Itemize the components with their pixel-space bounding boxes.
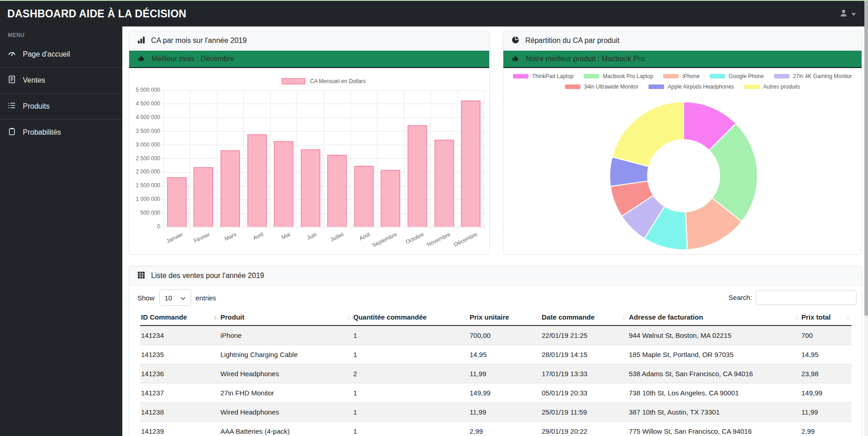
x-axis-label: Novembre [426,231,451,248]
table-search: Search: [728,290,857,305]
table-row: 141239AAA Batteries (4-pack)12,9929/01/1… [140,421,852,436]
table-cell: 149,99 [469,383,541,402]
thumbs-up-icon [512,54,519,64]
x-gridline [217,90,217,230]
x-axis-label: Septembre [371,231,398,248]
x-axis-label: Août [358,231,371,242]
x-axis-label: Décembre [453,231,478,248]
pie-chart-icon [512,36,519,46]
x-axis-label: Janvier [166,231,184,245]
user-menu[interactable] [839,9,856,19]
best-product-banner-text: Notre meilleur produit : Macbook Pro [526,55,645,63]
chevron-down-icon [180,294,186,302]
x-gridline [297,90,297,230]
table-cell: 14,95 [800,345,852,364]
table-row: 141236Wired Headphones211,9917/01/19 13:… [140,364,852,383]
y-axis-label: 4 000 000 [129,114,160,121]
journal-icon [8,75,16,85]
x-axis-label: Mars [224,231,237,242]
x-axis-label: Mai [280,231,291,241]
table-cell: 141239 [140,421,220,436]
sort-icon: ↑↓ [346,314,350,320]
table-icon [137,271,145,281]
doughnut-slice-autres-produits[interactable] [612,102,684,167]
sidebar: MENU Page d'accueilVentesProduitsProbabi… [0,26,122,436]
bar-chart-legend[interactable]: CA Mensuel en Dollars [163,78,484,84]
table-cell: 141234 [140,326,220,345]
sort-icon: ↑↓ [795,314,799,320]
column-header-quantitee-commandee[interactable]: Quantitée commandée↑↓ [352,309,469,326]
main-content: CA par mois sur l'année 2019 Meilleur mo… [122,26,864,436]
table-cell: 11,99 [469,364,541,383]
table-cell: 141238 [140,402,220,421]
bar-novembre [434,140,454,227]
y-axis-label: 1 000 000 [129,196,160,202]
bar-septembre [381,170,400,227]
column-header-adresse-de-facturation[interactable]: Adresse de facturation↑↓ [628,309,800,326]
x-axis-label: Juillet [329,231,345,243]
search-label: Search: [728,294,752,301]
table-cell: 2 [352,364,469,383]
page-size-control: Show 10 entries [137,289,216,306]
search-input[interactable] [756,290,857,305]
table-cell: 29/01/19 20:22 [541,421,628,436]
table-cell: iPhone [220,326,352,345]
column-label: Prix total [801,313,831,321]
bar-octobre [408,125,427,227]
y-axis-label: 1 500 000 [129,182,160,189]
best-product-banner: Notre meilleur produit : Macbook Pro [503,51,862,68]
legend-label: CA Mensuel en Dollars [310,78,366,84]
table-cell: 25/01/19 11:59 [541,402,628,421]
table-cell: 05/01/19 20:33 [541,383,628,402]
table-cell: 2,99 [800,421,852,436]
table-cell: 1 [352,326,469,345]
table-cell: 149,99 [800,383,852,402]
sort-icon: ↑↓ [463,314,467,320]
column-label: Date commande [542,313,595,321]
x-axis-label: Février [193,231,211,244]
sidebar-item-label: Produits [23,102,50,110]
column-header-prix-total[interactable]: Prix total↑↓ [800,309,852,326]
sales-table: ID Commande↑↓Produit↑↓Quantitée commandé… [140,309,852,436]
list-icon [8,101,16,111]
column-header-date-commande[interactable]: Date commande↑↓ [541,309,628,326]
y-axis-label: 3 500 000 [129,128,160,134]
table-cell: AAA Batteries (4-pack) [220,421,352,436]
x-gridline [190,90,190,230]
x-gridline [350,90,351,230]
sidebar-item-label: Ventes [23,76,45,84]
monthly-bar-chart: CA Mensuel en Dollars 0500 0001 000 0001… [129,31,490,255]
page-scrollbar-thumb[interactable] [864,1,868,316]
column-header-id-commande[interactable]: ID Commande↑↓ [140,309,220,326]
column-header-produit[interactable]: Produit↑↓ [220,309,352,326]
table-cell: 1 [352,421,469,436]
column-header-prix-unitaire[interactable]: Prix unitaire↑↓ [469,309,541,326]
column-label: ID Commande [141,313,187,321]
column-label: Produit [220,313,245,321]
table-cell: 11,99 [469,402,541,421]
sidebar-item-label: Page d'accueil [23,50,70,58]
page-scrollbar-track[interactable] [864,0,868,436]
x-gridline [377,90,377,230]
window-top-edge [0,0,868,1]
sort-icon: ↑↓ [214,314,218,320]
sort-icon: ↑↓ [622,314,626,320]
table-cell: Wired Headphones [220,364,352,383]
table-cell: 141236 [140,364,220,383]
sidebar-item-page-d-accueil[interactable]: Page d'accueil [0,41,122,67]
table-row: 14123727in FHD Monitor1149,9905/01/19 20… [140,383,852,402]
entries-label: entries [196,294,216,302]
table-cell: 185 Maple St, Portland, OR 97035 [628,345,800,364]
table-cell: 141237 [140,383,220,402]
doughnut-svg [503,69,862,254]
sort-icon: ↑↓ [535,314,539,320]
table-cell: 700,00 [469,326,541,345]
table-cell: 1 [352,383,469,402]
sidebar-item-ventes[interactable]: Ventes [0,67,122,93]
sidebar-item-produits[interactable]: Produits [0,93,122,119]
table-cell: 17/01/19 13:33 [541,364,628,383]
table-row: 141238Wired Headphones111,9925/01/19 11:… [140,402,852,421]
sidebar-item-probabilites[interactable]: Probabilités [0,119,122,145]
speedometer-icon [8,49,16,59]
page-size-select[interactable]: 10 [159,289,191,306]
